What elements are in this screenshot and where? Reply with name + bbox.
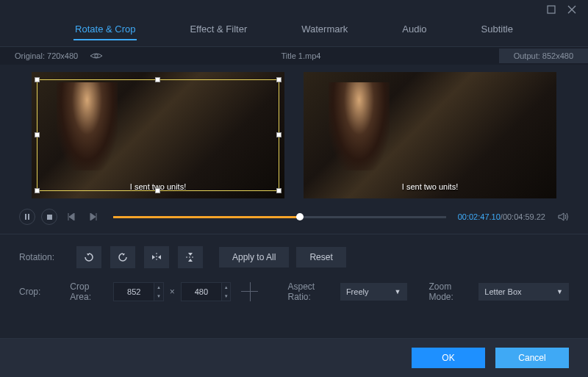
close-icon[interactable] [567, 5, 576, 14]
eye-icon[interactable] [90, 51, 103, 60]
flip-vertical-button[interactable] [178, 246, 203, 268]
total-time: 00:04:59.22 [503, 212, 545, 221]
tab-audio[interactable]: Audio [401, 19, 428, 40]
stop-button[interactable] [41, 209, 57, 225]
zoom-mode-label: Zoom Mode: [429, 281, 473, 302]
volume-icon[interactable] [557, 211, 569, 223]
chevron-down-icon: ▼ [395, 288, 401, 295]
svg-rect-3 [28, 214, 29, 220]
zoom-mode-select[interactable]: Letter Box▼ [478, 283, 569, 301]
source-preview[interactable]: I sent two units! [32, 72, 284, 198]
output-resolution: Output: 852x480 [499, 49, 588, 63]
pause-button[interactable] [19, 209, 35, 225]
maximize-icon[interactable] [547, 5, 556, 14]
tab-effect-filter[interactable]: Effect & Filter [188, 19, 248, 40]
rotate-ccw-button[interactable] [76, 246, 101, 268]
rotate-cw-button[interactable] [110, 246, 135, 268]
apply-all-button[interactable]: Apply to All [219, 247, 289, 268]
ok-button[interactable]: OK [412, 348, 485, 368]
file-title: Title 1.mp4 [242, 51, 359, 60]
flip-horizontal-button[interactable] [144, 246, 169, 268]
crop-width-stepper[interactable]: ▲▼ [154, 282, 164, 301]
prev-frame-button[interactable] [63, 209, 79, 225]
x-separator: × [170, 287, 175, 297]
seek-slider[interactable] [113, 216, 446, 218]
tabs: Rotate & Crop Effect & Filter Watermark … [0, 19, 588, 47]
svg-point-1 [95, 54, 98, 57]
cancel-button[interactable]: Cancel [495, 348, 569, 368]
rotation-label: Rotation: [19, 252, 76, 262]
current-time: 00:02:47.10 [458, 212, 501, 221]
aspect-ratio-label: Aspect Ratio: [287, 281, 334, 302]
aspect-ratio-select[interactable]: Freely▼ [340, 283, 407, 301]
output-preview: I sent two units! [304, 72, 556, 198]
crop-height-stepper[interactable]: ▲▼ [222, 282, 232, 301]
source-subtitle: I sent two units! [32, 182, 284, 191]
tab-rotate-crop[interactable]: Rotate & Crop [74, 19, 137, 40]
svg-rect-0 [548, 6, 555, 13]
tab-watermark[interactable]: Watermark [300, 19, 349, 40]
center-crop-icon[interactable] [241, 282, 258, 301]
chevron-down-icon: ▼ [556, 288, 563, 295]
crop-label: Crop: [19, 287, 70, 297]
crop-width-input[interactable] [113, 282, 154, 301]
tab-subtitle[interactable]: Subtitle [480, 19, 514, 40]
reset-button[interactable]: Reset [296, 247, 345, 268]
info-bar: Original: 720x480 Title 1.mp4 Output: 85… [0, 47, 588, 65]
seek-thumb[interactable] [296, 213, 304, 220]
original-resolution: Original: 720x480 [15, 51, 78, 60]
svg-rect-4 [47, 215, 52, 220]
crop-area-label: Crop Area: [70, 281, 107, 302]
crop-height-input[interactable] [181, 282, 222, 301]
svg-rect-2 [25, 214, 26, 220]
output-subtitle: I sent two units! [304, 182, 556, 191]
timecode: 00:02:47.10/00:04:59.22 [458, 212, 545, 221]
next-frame-button[interactable] [85, 209, 101, 225]
